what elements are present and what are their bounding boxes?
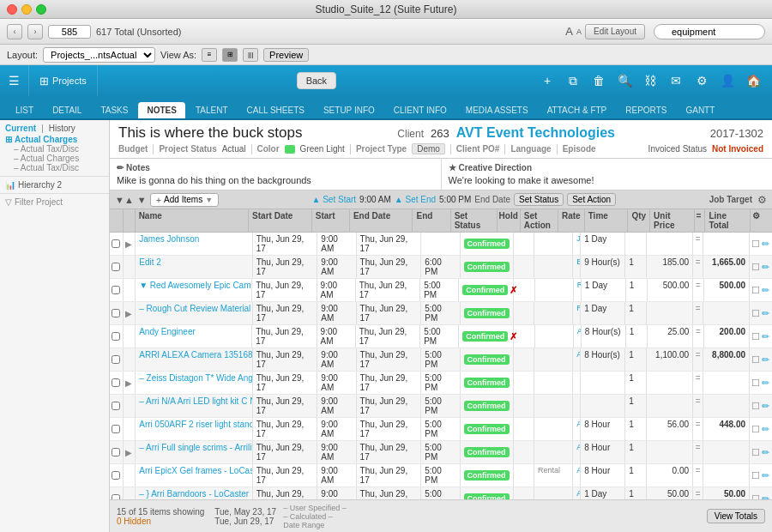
row-status[interactable]: Confirmed — [461, 348, 514, 371]
row-expand[interactable]: ▶ — [124, 441, 136, 463]
th-time[interactable]: Time — [585, 209, 629, 232]
row-check[interactable] — [110, 233, 124, 255]
tab-tasks[interactable]: TASKS — [92, 102, 136, 118]
tab-setup-info[interactable]: SETUP INFO — [315, 102, 383, 118]
table-row[interactable]: ▶ – Rough Cut Review Material Thu, Jun 2… — [110, 302, 772, 325]
th-action[interactable]: Set Action — [521, 209, 558, 232]
back-nav-btn[interactable]: ‹ — [7, 24, 22, 39]
client-name[interactable]: AVT Event Technologies — [456, 125, 615, 141]
current-label[interactable]: Current — [5, 124, 36, 133]
row-hold[interactable] — [514, 256, 534, 278]
row-actions[interactable]: ☐ ✏ — [750, 233, 772, 255]
row-expand[interactable] — [124, 418, 136, 440]
row-check-icon[interactable]: ☐ — [751, 308, 760, 319]
view-list-btn[interactable]: ≡ — [202, 48, 217, 62]
row-hold[interactable] — [514, 395, 534, 417]
table-row[interactable]: ▶ James Johnson Thu, Jun 29, 17 9:00 AM … — [110, 233, 772, 256]
row-checkbox[interactable] — [112, 402, 120, 410]
actual-charges-item[interactable]: ⊞ Actual Charges — [5, 135, 104, 144]
row-expand[interactable] — [124, 325, 136, 348]
row-checkbox[interactable] — [112, 471, 120, 480]
row-name[interactable]: – Arri N/A Arri LED light kit C N/A — [136, 395, 252, 417]
row-check-icon[interactable]: ☐ — [751, 493, 760, 500]
th-start[interactable]: Start — [312, 209, 350, 232]
table-row[interactable]: ARRI ALEXA Camera 1351685 Thu, Jun 29, 1… — [110, 348, 772, 372]
nav-user-btn[interactable]: 👤 — [715, 69, 739, 93]
row-checkbox[interactable] — [112, 309, 120, 317]
row-name[interactable]: Edit 2 — [136, 256, 252, 278]
row-name[interactable]: ARRI ALEXA Camera 1351685 — [136, 348, 252, 371]
row-name[interactable]: James Johnson — [136, 233, 252, 255]
row-check-icon[interactable]: ☐ — [751, 401, 760, 412]
cd-content[interactable]: We're looking to make it awesome! — [449, 175, 766, 185]
row-status[interactable]: Confirmed — [461, 395, 514, 417]
row-checkbox[interactable] — [112, 286, 120, 294]
history-input[interactable]: 585 — [48, 25, 91, 39]
row-checkbox[interactable] — [112, 332, 120, 341]
row-check-icon[interactable]: ☐ — [751, 470, 760, 481]
th-start-date[interactable]: Start Date — [249, 209, 312, 232]
row-hold[interactable] — [514, 418, 534, 440]
row-expand[interactable]: ▶ — [124, 302, 136, 324]
row-check[interactable] — [110, 325, 124, 348]
row-edit-icon[interactable]: ✏ — [762, 447, 769, 458]
row-hold[interactable] — [514, 325, 534, 348]
th-name[interactable]: Name — [136, 209, 249, 232]
th-rate[interactable]: Rate — [558, 209, 585, 232]
row-hold[interactable] — [514, 441, 534, 463]
view-totals-btn[interactable]: View Totals — [707, 509, 765, 523]
maximize-button[interactable] — [36, 4, 46, 15]
row-edit-icon[interactable]: ✏ — [762, 239, 769, 250]
view-grid-btn[interactable]: ⊞ — [222, 48, 238, 62]
set-end-btn[interactable]: ▲ Set End — [395, 195, 436, 204]
table-row[interactable]: ▶ – Arri Full single scrims - Arrilite 6… — [110, 441, 772, 464]
tab-attach-ftp[interactable]: ATTACH & FTP — [539, 102, 616, 118]
nav-add-btn[interactable]: + — [535, 69, 559, 93]
history-label[interactable]: History — [49, 124, 75, 133]
expand-icon[interactable]: ▼ — [137, 195, 147, 205]
th-unit-price[interactable]: Unit Price — [650, 209, 695, 232]
row-status[interactable]: Confirmed — [461, 418, 514, 440]
row-edit-icon[interactable]: ✏ — [762, 401, 769, 412]
expand-all-icon[interactable]: ▼▲ — [115, 195, 134, 205]
row-hold[interactable] — [514, 279, 534, 301]
nav-settings-btn[interactable]: ⚙ — [690, 69, 714, 93]
row-checkbox[interactable] — [112, 378, 120, 387]
row-actions[interactable]: ☐ ✏ — [750, 441, 772, 463]
row-check[interactable] — [110, 418, 124, 440]
row-edit-icon[interactable]: ✏ — [762, 308, 769, 319]
row-status[interactable]: Confirmed — [461, 441, 514, 463]
row-edit-icon[interactable]: ✏ — [762, 354, 769, 366]
row-check[interactable] — [110, 302, 124, 324]
view-col-btn[interactable]: ||| — [243, 48, 258, 62]
th-status[interactable]: Set Status — [451, 209, 498, 232]
row-status[interactable]: Confirmed — [461, 302, 514, 324]
row-status[interactable]: Confirmed — [461, 256, 514, 278]
row-status[interactable]: Confirmed — [461, 464, 514, 487]
table-row[interactable]: Edit 2 Thu, Jun 29, 17 9:00 AM Thu, Jun … — [110, 256, 772, 279]
th-hold[interactable]: Hold — [498, 209, 521, 232]
nav-connect-btn[interactable]: ⛓ — [638, 69, 662, 93]
nav-search-btn[interactable]: 🔍 — [612, 69, 636, 93]
row-check-icon[interactable]: ☐ — [751, 262, 760, 273]
row-edit-icon[interactable]: ✏ — [762, 262, 769, 273]
row-actions[interactable]: ☐ ✏ — [750, 279, 772, 301]
tab-media-assets[interactable]: MEDIA ASSETS — [457, 102, 537, 118]
row-check[interactable] — [110, 279, 124, 301]
row-status[interactable]: Confirmed — [461, 487, 514, 499]
row-actions[interactable]: ☐ ✏ — [750, 325, 772, 348]
tab-list[interactable]: LIST — [7, 102, 42, 118]
row-check[interactable] — [110, 256, 124, 278]
set-start-btn[interactable]: ▲ Set Start — [312, 195, 357, 204]
row-name[interactable]: – } Arri Barndoors - LoCaster — [136, 487, 252, 499]
row-actions[interactable]: ☐ ✏ — [750, 256, 772, 278]
nav-home-btn[interactable]: 🏠 — [741, 69, 765, 93]
minimize-button[interactable] — [21, 4, 32, 15]
table-row[interactable]: Andy Engineer Thu, Jun 29, 17 9:00 AM Th… — [110, 325, 772, 348]
table-row[interactable]: ▶ – Zeiss Distagon T* Wide Angle Lens 35… — [110, 372, 772, 395]
row-status[interactable]: Confirmed — [461, 233, 514, 255]
row-hold[interactable] — [514, 302, 534, 324]
table-row[interactable]: Arri EpicX Gel frames - LoCaster Thu, Ju… — [110, 464, 772, 487]
row-actions[interactable]: ☐ ✏ — [750, 302, 772, 324]
row-expand[interactable] — [124, 395, 136, 417]
